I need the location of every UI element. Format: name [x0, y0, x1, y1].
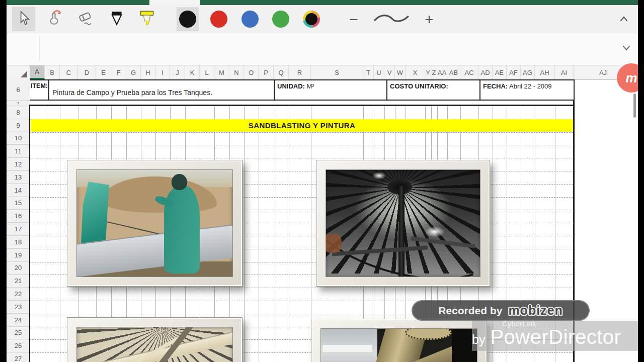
- row-header-13[interactable]: 13: [7, 171, 30, 184]
- column-header-P[interactable]: P: [259, 65, 274, 79]
- multicolor-swatch: [303, 11, 320, 28]
- minus-icon: −: [349, 12, 358, 27]
- pen-tool-button[interactable]: [107, 9, 127, 29]
- stroke-thicker-button[interactable]: +: [422, 11, 437, 28]
- eraser-tool-button[interactable]: [75, 9, 96, 29]
- color-blue-button[interactable]: [242, 11, 259, 28]
- cursor-icon: [17, 11, 30, 28]
- color-black-button[interactable]: [177, 7, 199, 31]
- column-header-K[interactable]: K: [185, 65, 200, 79]
- column-header-F[interactable]: F: [111, 65, 126, 79]
- column-header-AI[interactable]: AI: [555, 65, 574, 79]
- row-header-21[interactable]: 21: [7, 275, 30, 288]
- row-header-17[interactable]: 17: [7, 223, 30, 236]
- unidad-label: UNIDAD:: [277, 82, 305, 90]
- column-header-N[interactable]: N: [229, 65, 244, 79]
- right-black-edge: [638, 0, 644, 362]
- row-header-22[interactable]: 22: [7, 288, 30, 301]
- row-header-25[interactable]: 25: [7, 327, 30, 340]
- wave-stroke-icon: [373, 12, 410, 27]
- column-header-T[interactable]: T: [363, 65, 374, 79]
- color-red-button[interactable]: [210, 11, 227, 28]
- column-header-I[interactable]: I: [155, 65, 170, 79]
- red-color-swatch: [210, 11, 227, 28]
- top-bar-notch: [149, 0, 200, 5]
- column-header-AE[interactable]: AE: [493, 65, 507, 79]
- column-header-AG[interactable]: AG: [521, 65, 535, 79]
- column-header-AA[interactable]: AA: [437, 65, 447, 79]
- row-header-14[interactable]: 14: [7, 184, 30, 197]
- formula-input[interactable]: [45, 36, 609, 63]
- row-header-19[interactable]: 19: [7, 249, 30, 262]
- row-header-9[interactable]: 9: [7, 119, 30, 132]
- column-header-V[interactable]: V: [384, 65, 395, 79]
- row-header-10[interactable]: 10: [7, 132, 30, 145]
- column-header-C[interactable]: C: [60, 65, 78, 79]
- fecha-label: FECHA:: [483, 82, 508, 90]
- vertical-scrollbar[interactable]: [633, 94, 636, 118]
- row-header-26[interactable]: 26: [7, 339, 30, 352]
- column-header-O[interactable]: O: [244, 65, 259, 79]
- item-value-cell[interactable]: Pintura de Campo y Prueba para los Tres …: [49, 80, 275, 100]
- recorded-by-text: Recorded by: [438, 305, 502, 317]
- row-header-16[interactable]: 16: [7, 210, 30, 223]
- column-header-AH[interactable]: AH: [535, 65, 555, 79]
- photo-2-image: [326, 169, 480, 277]
- row-header-23[interactable]: 23: [7, 301, 30, 314]
- color-green-button[interactable]: [272, 11, 289, 28]
- column-header-Z[interactable]: Z: [431, 65, 437, 79]
- column-header-W[interactable]: W: [395, 65, 406, 79]
- unidad-cell[interactable]: UNIDAD: M²: [275, 80, 387, 100]
- formula-bar-collapse-button[interactable]: [620, 43, 633, 55]
- grid-hline: [30, 132, 573, 133]
- row-headers: 6789101112131415161718192021222324252627: [7, 79, 30, 362]
- column-header-E[interactable]: E: [96, 65, 111, 79]
- column-header-AC[interactable]: AC: [460, 65, 478, 79]
- row-header-6[interactable]: 6: [7, 79, 30, 101]
- row-header-27[interactable]: 27: [7, 352, 30, 362]
- column-header-S[interactable]: S: [311, 65, 363, 79]
- highlighter-tool-button[interactable]: [137, 9, 157, 29]
- column-header-AF[interactable]: AF: [507, 65, 521, 79]
- column-header-D[interactable]: D: [78, 65, 96, 79]
- column-header-B[interactable]: B: [45, 65, 60, 79]
- item-label-cell[interactable]: ITEM:: [30, 80, 49, 100]
- select-tool-button[interactable]: [12, 7, 35, 31]
- grid-vline: [289, 106, 289, 362]
- fecha-cell[interactable]: FECHA: Abril 22 - 2009: [480, 80, 574, 100]
- column-header-M[interactable]: M: [214, 65, 229, 79]
- column-header-Q[interactable]: Q: [274, 65, 289, 79]
- select-all-corner[interactable]: [7, 65, 30, 80]
- grid-vline: [60, 106, 60, 362]
- column-header-G[interactable]: G: [126, 65, 141, 79]
- row-header-12[interactable]: 12: [7, 158, 30, 171]
- app-screen: − + fx ABCDEFGHIJKLMNOPQRSTUVWXYZAAA: [0, 0, 644, 362]
- column-header-U[interactable]: U: [374, 65, 384, 79]
- toolbar-collapse-button[interactable]: [617, 14, 631, 26]
- column-header-L[interactable]: L: [200, 65, 214, 79]
- costo-cell[interactable]: COSTO UNITARIO:: [387, 80, 480, 100]
- color-multicolor-button[interactable]: [303, 11, 320, 28]
- row-header-24[interactable]: 24: [7, 314, 30, 327]
- finger-draw-tool-button[interactable]: [44, 9, 64, 29]
- section-title-banner[interactable]: SANDBLASTING Y PINTURA: [31, 119, 573, 132]
- column-header-AD[interactable]: AD: [478, 65, 493, 79]
- photo-worker-sandblasting: [67, 160, 243, 287]
- row-header-15[interactable]: 15: [7, 197, 30, 210]
- mobizen-m-logo: m: [625, 70, 637, 86]
- column-header-A[interactable]: A: [30, 65, 45, 79]
- row-header-8[interactable]: 8: [7, 106, 30, 119]
- stroke-thinner-button[interactable]: −: [346, 11, 361, 28]
- column-header-Y[interactable]: Y: [425, 65, 431, 79]
- chevron-down-icon: [621, 44, 631, 54]
- column-header-X[interactable]: X: [406, 65, 425, 79]
- photo4-white-band: [323, 345, 372, 352]
- column-header-AB[interactable]: AB: [447, 65, 460, 79]
- row-header-7[interactable]: 7: [7, 101, 30, 106]
- row-header-11[interactable]: 11: [7, 145, 30, 158]
- row-header-18[interactable]: 18: [7, 236, 30, 249]
- column-header-R[interactable]: R: [289, 65, 311, 79]
- column-header-H[interactable]: H: [141, 65, 155, 79]
- row-header-20[interactable]: 20: [7, 262, 30, 275]
- column-header-J[interactable]: J: [170, 65, 185, 79]
